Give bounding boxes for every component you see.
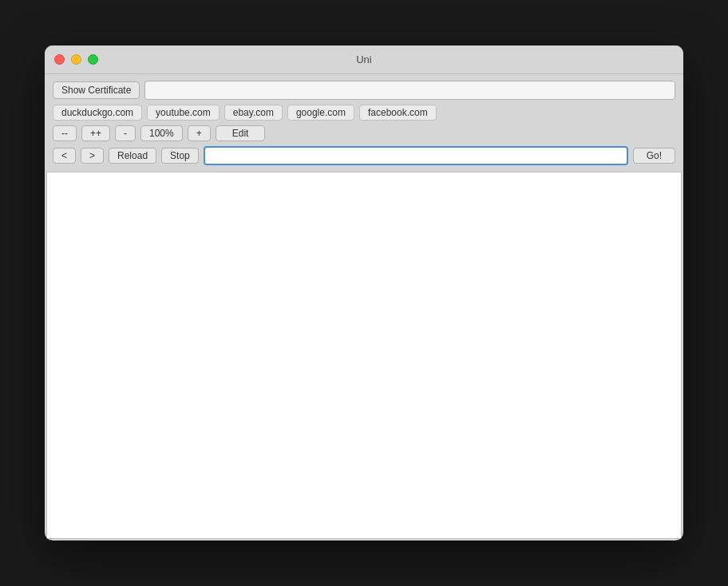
forward-button[interactable]: > — [81, 148, 104, 164]
bookmark-google[interactable]: google.com — [287, 105, 354, 121]
go-button[interactable]: Go! — [633, 148, 675, 164]
bookmarks-row: duckduckgo.com youtube.com ebay.com goog… — [53, 105, 675, 121]
zoom-decrease-button[interactable]: - — [115, 125, 136, 141]
bookmark-duckduckgo[interactable]: duckduckgo.com — [53, 105, 142, 121]
toolbar: Show Certificate duckduckgo.com youtube.… — [45, 74, 683, 172]
url-bar[interactable] — [144, 81, 675, 100]
stop-button[interactable]: Stop — [161, 148, 199, 164]
zoom-row: -- ++ - 100% + Edit — [53, 125, 675, 141]
zoom-percent: 100% — [140, 125, 183, 141]
zoom-increase-more-button[interactable]: ++ — [81, 125, 110, 141]
edit-button[interactable]: Edit — [216, 125, 266, 141]
minimize-button[interactable] — [71, 54, 81, 65]
zoom-decrease-more-button[interactable]: -- — [53, 125, 77, 141]
bookmark-youtube[interactable]: youtube.com — [147, 105, 220, 121]
cert-url-row: Show Certificate — [53, 81, 675, 100]
bookmark-facebook[interactable]: facebook.com — [359, 105, 437, 121]
reload-button[interactable]: Reload — [109, 148, 156, 164]
web-content-area — [46, 172, 682, 539]
bookmark-ebay[interactable]: ebay.com — [224, 105, 283, 121]
traffic-lights — [54, 54, 98, 65]
window-title: Uni — [356, 53, 372, 65]
close-button[interactable] — [54, 54, 65, 65]
nav-row: < > Reload Stop Go! — [53, 146, 675, 165]
show-certificate-button[interactable]: Show Certificate — [53, 81, 140, 99]
zoom-increase-button[interactable]: + — [188, 125, 211, 141]
titlebar: Uni — [45, 46, 683, 74]
maximize-button[interactable] — [88, 54, 98, 65]
app-window: Uni Show Certificate duckduckgo.com yout… — [45, 46, 683, 540]
nav-input[interactable] — [204, 146, 628, 165]
back-button[interactable]: < — [53, 148, 76, 164]
